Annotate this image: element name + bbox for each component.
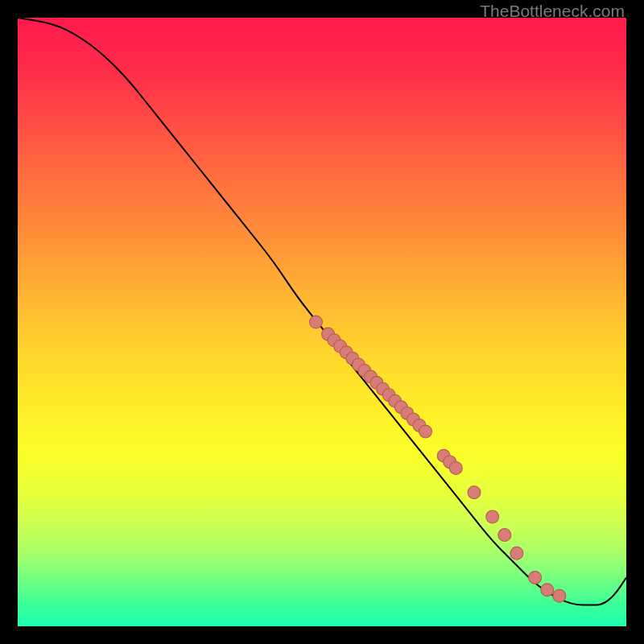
svg-point-25 bbox=[529, 572, 542, 584]
bottleneck-curve bbox=[18, 18, 626, 605]
svg-point-17 bbox=[419, 425, 432, 438]
chart-svg bbox=[18, 18, 626, 626]
svg-point-26 bbox=[541, 584, 554, 597]
data-markers bbox=[310, 316, 566, 602]
svg-point-20 bbox=[449, 462, 462, 475]
svg-point-24 bbox=[510, 547, 523, 559]
svg-point-0 bbox=[310, 316, 323, 328]
svg-point-23 bbox=[498, 529, 511, 542]
svg-point-27 bbox=[553, 589, 566, 602]
svg-point-21 bbox=[468, 486, 481, 499]
svg-point-22 bbox=[486, 510, 499, 523]
